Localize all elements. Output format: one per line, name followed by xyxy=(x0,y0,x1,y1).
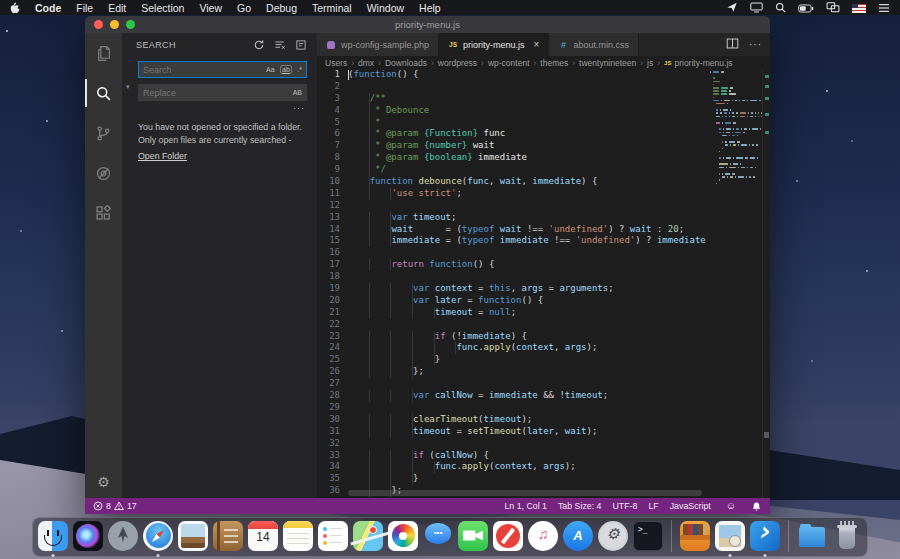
menu-item-window[interactable]: Window xyxy=(367,2,404,14)
breadcrumb-item[interactable]: Downloads xyxy=(385,58,427,68)
replace-box: AB xyxy=(138,84,307,101)
us-flag-icon[interactable] xyxy=(852,2,866,14)
dock-vscode-icon[interactable] xyxy=(750,521,780,551)
displays-icon[interactable] xyxy=(826,1,840,13)
dock-separator xyxy=(671,520,672,552)
toggle-search-details-button[interactable]: ··· xyxy=(122,103,305,113)
match-case-icon[interactable]: Aa xyxy=(264,65,277,74)
dock-terminal-icon[interactable] xyxy=(633,521,663,551)
breadcrumb-item[interactable]: themes xyxy=(540,58,568,68)
status-item[interactable]: Tab Size: 4 xyxy=(558,501,602,511)
activity-search-icon[interactable] xyxy=(85,73,122,113)
menu-item-code[interactable]: Code xyxy=(35,2,61,14)
replace-input[interactable] xyxy=(138,84,307,101)
split-editor-icon[interactable] xyxy=(726,37,739,52)
tab-close-icon[interactable]: × xyxy=(534,39,540,50)
line-number: 7 xyxy=(317,140,348,152)
menu-item-debug[interactable]: Debug xyxy=(266,2,297,14)
dock-appstore-icon[interactable] xyxy=(563,521,593,551)
menu-item-selection[interactable]: Selection xyxy=(141,2,184,14)
apple-menu-icon[interactable] xyxy=(10,2,21,14)
status-item[interactable]: UTF-8 xyxy=(613,501,638,511)
breadcrumb-item[interactable]: wp-content xyxy=(488,58,530,68)
line-number: 2 xyxy=(317,81,348,93)
dock-notes-icon[interactable] xyxy=(283,521,313,551)
dock-launchpad-icon[interactable] xyxy=(108,521,138,551)
dock-facetime-icon[interactable] xyxy=(458,521,488,551)
dock-news-icon[interactable] xyxy=(493,521,523,551)
horizontal-scrollbar[interactable] xyxy=(348,490,702,496)
css-file-icon: # xyxy=(558,40,568,50)
dock-contacts-icon[interactable] xyxy=(213,521,243,551)
breadcrumb-item[interactable]: dmx xyxy=(358,58,374,68)
running-indicator xyxy=(52,554,55,557)
display-icon[interactable] xyxy=(750,1,763,13)
settings-gear-icon[interactable]: ⚙ xyxy=(97,474,110,490)
minimap[interactable] xyxy=(710,69,762,498)
activity-extensions-icon[interactable] xyxy=(85,193,122,233)
open-folder-link[interactable]: Open Folder xyxy=(138,150,187,163)
dock-calendar-icon[interactable]: 14 xyxy=(248,521,278,551)
search-message-line1: You have not opened or specified a folde… xyxy=(138,122,302,132)
dock-messages-icon[interactable] xyxy=(423,521,453,551)
line-number: 3 xyxy=(317,93,348,105)
code-area[interactable]: 1(function() {23/**4 * Debounce5 *6 * @p… xyxy=(317,69,710,498)
battery-icon[interactable] xyxy=(798,2,814,14)
dock-downloads-icon[interactable] xyxy=(797,521,827,551)
menu-item-view[interactable]: View xyxy=(199,2,222,14)
line-number: 22 xyxy=(317,319,348,331)
feedback-smiley-icon[interactable]: ☺ xyxy=(726,501,736,511)
tab-wp-config-sample.php[interactable]: wp-config-sample.php xyxy=(317,33,439,56)
clear-results-icon[interactable] xyxy=(272,37,288,53)
breadcrumb-item[interactable]: wordpress xyxy=(438,58,477,68)
dock-trash-icon[interactable] xyxy=(832,521,862,551)
activity-explorer-icon[interactable] xyxy=(85,33,122,73)
menu-item-file[interactable]: File xyxy=(76,2,93,14)
problems-indicator[interactable]: 8 17 xyxy=(93,501,137,511)
preserve-case-icon[interactable]: AB xyxy=(291,88,304,97)
list-icon[interactable] xyxy=(878,2,890,14)
tab-about.min.css[interactable]: #about.min.css xyxy=(549,33,639,56)
status-item[interactable]: LF xyxy=(648,501,658,511)
breadcrumb-separator: › xyxy=(534,58,537,68)
menu-item-terminal[interactable]: Terminal xyxy=(312,2,352,14)
code-line: 29 xyxy=(317,402,710,414)
status-item[interactable]: JavaScript xyxy=(670,501,711,511)
dock-photos-icon[interactable] xyxy=(388,521,418,551)
notifications-bell-icon[interactable] xyxy=(751,501,762,512)
menu-item-edit[interactable]: Edit xyxy=(108,2,126,14)
search-icon[interactable] xyxy=(775,1,786,13)
vscode-window: priority-menu.js ⚙ SEARCH ▾ Aa ab .* xyxy=(85,16,770,514)
window-title-bar[interactable]: priority-menu.js xyxy=(85,16,770,33)
breadcrumb-item[interactable]: js xyxy=(647,58,653,68)
whole-word-icon[interactable]: ab xyxy=(280,65,293,74)
activity-debug-icon[interactable] xyxy=(85,153,122,193)
dock-maps-icon[interactable] xyxy=(353,521,383,551)
dock-archive-icon[interactable] xyxy=(680,521,710,551)
dock-music-icon[interactable] xyxy=(528,521,558,551)
dock-sysprefs-icon[interactable] xyxy=(598,521,628,551)
regex-icon[interactable]: .* xyxy=(295,65,304,74)
breadcrumb-item[interactable]: Users xyxy=(325,58,347,68)
editor[interactable]: 1(function() {23/**4 * Debounce5 *6 * @p… xyxy=(317,69,770,498)
breadcrumb-item[interactable]: twentynineteen xyxy=(579,58,636,68)
activity-source-control-icon[interactable] xyxy=(85,113,122,153)
code-line: 27 xyxy=(317,378,710,390)
toggle-replace-chevron-icon[interactable]: ▾ xyxy=(126,83,130,91)
dock-finder-icon[interactable] xyxy=(38,521,68,551)
search-sidebar: SEARCH ▾ Aa ab .* AB xyxy=(122,33,317,498)
editor-more-actions-icon[interactable]: ··· xyxy=(749,39,762,50)
breadcrumb-item[interactable]: priority-menu.js xyxy=(674,58,732,68)
open-search-editor-icon[interactable] xyxy=(293,37,309,53)
status-item[interactable]: Ln 1, Col 1 xyxy=(504,501,547,511)
refresh-icon[interactable] xyxy=(251,37,267,53)
menu-item-help[interactable]: Help xyxy=(419,2,441,14)
pointer-icon[interactable] xyxy=(726,1,738,13)
dock-stamps-icon[interactable] xyxy=(715,521,745,551)
dock-siri-icon[interactable] xyxy=(73,521,103,551)
dock-preview-icon[interactable] xyxy=(178,521,208,551)
menu-item-go[interactable]: Go xyxy=(237,2,251,14)
dock-safari-icon[interactable] xyxy=(143,521,173,551)
dock-reminders-icon[interactable] xyxy=(318,521,348,551)
tab-priority-menu.js[interactable]: JSpriority-menu.js× xyxy=(439,33,549,56)
